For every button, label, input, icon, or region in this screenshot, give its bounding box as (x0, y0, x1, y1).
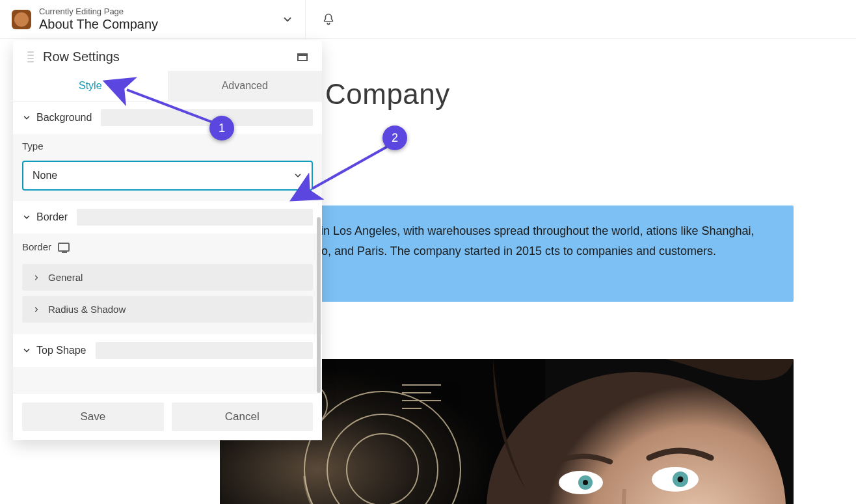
panel-footer: Save Cancel (13, 393, 322, 440)
border-general-label: General (48, 272, 83, 283)
annotation-marker-2: 2 (382, 126, 407, 150)
svg-point-15 (583, 480, 588, 485)
notifications-bell-icon[interactable] (321, 12, 336, 27)
section-top-shape-label: Top Shape (36, 345, 87, 356)
section-divider (101, 109, 313, 126)
app-logo-icon (12, 10, 31, 29)
page-switcher[interactable]: Currently Editing Page About The Company (0, 0, 306, 38)
drag-handle-icon[interactable] (27, 51, 34, 62)
chevron-down-icon (22, 113, 31, 122)
background-type-select[interactable]: None (22, 161, 313, 191)
chevron-right-icon (33, 274, 40, 282)
responsive-desktop-icon[interactable] (58, 243, 70, 252)
save-button[interactable]: Save (22, 403, 164, 431)
editing-label: Currently Editing Page (39, 7, 158, 17)
border-general[interactable]: General (22, 264, 313, 291)
background-type-value: None (33, 170, 57, 181)
field-type-label: Type (22, 140, 313, 152)
chevron-down-icon (282, 14, 293, 25)
section-background-label: Background (36, 112, 92, 124)
cancel-button[interactable]: Cancel (172, 403, 314, 431)
panel-tabs: Style Advanced (13, 71, 322, 101)
chevron-down-icon (22, 213, 31, 222)
border-radius-shadow-label: Radius & Shadow (48, 304, 126, 315)
panel-scrollbar[interactable] (317, 217, 321, 393)
panel-title: Row Settings (43, 49, 120, 64)
tab-style[interactable]: Style (13, 71, 168, 101)
chevron-down-icon (22, 346, 31, 355)
section-background[interactable]: Background (13, 101, 322, 134)
section-top-shape[interactable]: Top Shape (13, 334, 322, 367)
section-divider (77, 209, 313, 226)
panel-body: Background Type None Border Border (13, 101, 322, 393)
chevron-right-icon (33, 306, 40, 313)
row-settings-panel: Row Settings Style Advanced Background T… (13, 40, 322, 440)
annotation-marker-1: 1 (209, 116, 234, 140)
expand-panel-icon[interactable] (297, 53, 308, 61)
border-field-label: Border (22, 236, 313, 259)
svg-point-16 (678, 477, 684, 483)
panel-header[interactable]: Row Settings (13, 40, 322, 71)
border-radius-shadow[interactable]: Radius & Shadow (22, 296, 313, 323)
page-label: Currently Editing Page About The Company (39, 7, 158, 33)
section-border-label: Border (36, 211, 68, 223)
section-border[interactable]: Border (13, 201, 322, 233)
page-heading: Company (325, 78, 450, 111)
section-divider (96, 342, 313, 359)
top-bar: Currently Editing Page About The Company (0, 0, 856, 39)
chevron-down-icon (293, 171, 302, 180)
page-title: About The Company (39, 16, 158, 32)
tab-advanced[interactable]: Advanced (168, 71, 323, 101)
